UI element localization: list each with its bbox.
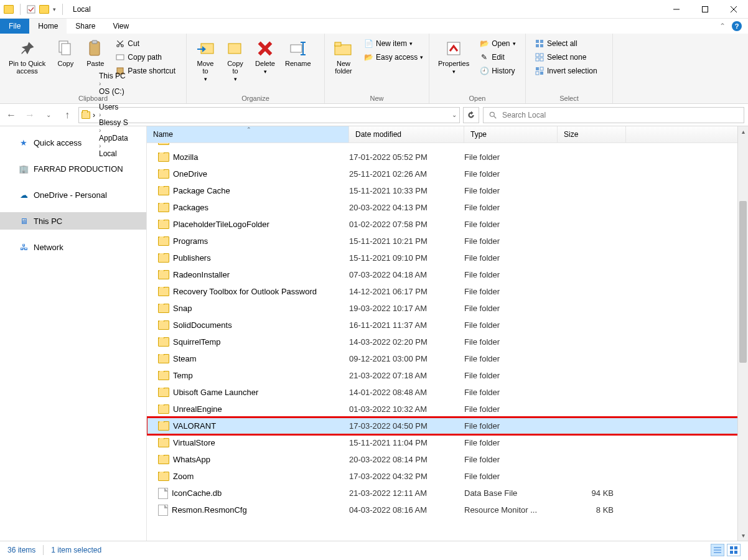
nav-quick-access[interactable]: ★Quick access [0,134,146,151]
copy-to-button[interactable]: Copy to▾ [220,36,250,85]
file-name: WhatsApp [173,455,210,464]
file-row[interactable]: Publishers15-11-2021 09:10 PMFile folder [147,250,748,266]
paste-button[interactable]: Paste [80,36,110,70]
details-view-button[interactable] [711,544,724,556]
select-all-button[interactable]: Select all [532,37,600,50]
file-row[interactable]: VirtualStore15-11-2021 11:04 PMFile fold… [147,434,748,451]
file-row[interactable]: SolidDocuments16-11-2021 11:37 AMFile fo… [147,317,748,334]
rename-button[interactable]: Rename [280,36,316,70]
tab-view[interactable]: View [104,19,138,34]
svg-rect-37 [540,72,543,75]
chevron-right-icon[interactable]: › [99,80,101,87]
nav-this-pc[interactable]: 🖥This PC [0,212,146,230]
breadcrumb-segment[interactable]: This PC [98,72,129,80]
nav-farrad[interactable]: 🏢FARRAD PRODUCTION [0,160,146,177]
open-button[interactable]: 📂Open ▾ [477,37,518,50]
scrollbar-thumb[interactable] [739,201,747,363]
file-row[interactable]: Recovery Toolbox for Outlook Password14-… [147,283,748,300]
invert-selection-button[interactable]: Invert selection [532,65,600,77]
column-type[interactable]: Type [464,126,558,142]
file-row[interactable]: Resmon.ResmonCfg04-03-2022 08:16 AMResou… [147,502,748,518]
help-icon[interactable]: ? [732,21,742,31]
easy-access-button[interactable]: 📂Easy access ▾ [361,51,426,63]
chevron-right-icon[interactable]: › [93,111,95,119]
file-row[interactable]: VALORANT17-03-2022 04:50 PMFile folder [147,418,748,434]
thumbnails-view-button[interactable] [727,544,741,556]
folder-icon [158,371,169,380]
collapse-ribbon-icon[interactable]: ⌃ [719,22,726,30]
file-row[interactable]: Temp21-03-2022 07:18 AMFile folder [147,367,748,384]
address-bar[interactable]: › This PC›OS (C:)›Users›Blessy S›AppData… [78,107,460,123]
file-row[interactable]: OneDrive25-11-2021 02:26 AMFile folder [147,166,748,182]
tab-file[interactable]: File [0,19,29,34]
new-folder-button[interactable]: New folder [329,36,358,77]
breadcrumb-segment[interactable]: Blessy S [98,118,129,127]
file-row[interactable]: Package Cache15-11-2021 10:33 PMFile fol… [147,182,748,199]
file-date: 01-02-2022 07:58 PM [349,220,464,229]
star-icon: ★ [19,138,29,147]
back-button[interactable]: ← [4,108,19,123]
file-type: File folder [464,455,558,464]
file-row[interactable]: PlaceholderTileLogoFolder01-02-2022 07:5… [147,216,748,233]
file-row[interactable]: RadeonInstaller07-03-2022 04:18 AMFile f… [147,266,748,283]
file-row[interactable]: Mozilla17-01-2022 05:52 PMFile folder [147,149,748,166]
file-name: UnrealEngine [173,404,222,414]
address-dropdown-icon[interactable]: ⌄ [452,111,457,118]
column-size[interactable]: Size [558,126,626,142]
file-row[interactable]: Zoom17-03-2022 04:32 PMFile folder [147,468,748,485]
pin-to-quick-access-button[interactable]: Pin to Quick access [4,36,50,77]
file-row[interactable]: IconCache.db21-03-2022 12:11 AMData Base… [147,485,748,502]
file-date: 15-11-2021 10:33 PM [349,186,464,195]
cut-button[interactable]: Cut [113,37,178,50]
folder-icon [158,203,169,212]
dropdown-icon[interactable]: ▾ [53,6,56,12]
file-row[interactable]: UnrealEngine01-03-2022 10:32 AMFile fold… [147,401,748,418]
forward-button[interactable]: → [22,108,37,123]
scroll-up-button[interactable]: ▴ [738,126,748,137]
file-row[interactable]: Programs15-11-2021 10:21 PMFile folder [147,233,748,250]
folder-icon[interactable] [39,5,49,14]
up-button[interactable]: ↑ [60,108,75,123]
search-input[interactable]: Search Local [483,107,744,123]
close-button[interactable] [719,0,748,19]
scroll-down-button[interactable]: ▾ [738,530,748,541]
delete-button[interactable]: Delete▾ [250,36,280,77]
copy-button[interactable]: Copy [50,36,80,70]
file-size: 94 KB [558,488,614,498]
nav-onedrive[interactable]: ☁OneDrive - Personal [0,186,146,203]
history-button[interactable]: 🕘History [477,65,518,77]
file-row[interactable]: Microsoft [147,143,748,149]
maximize-button[interactable] [691,0,719,19]
minimize-button[interactable] [662,0,691,19]
move-to-button[interactable]: Move to▾ [190,36,220,85]
refresh-button[interactable] [463,107,479,123]
file-row[interactable]: WhatsApp20-03-2022 08:14 PMFile folder [147,451,748,468]
svg-rect-33 [540,58,543,61]
chevron-right-icon[interactable]: › [99,96,101,103]
checkbox-icon[interactable] [27,5,35,14]
recent-locations-button[interactable]: ⌄ [41,108,56,123]
file-type: File folder [464,304,558,313]
breadcrumb-segment[interactable]: Users [98,103,129,111]
edit-button[interactable]: ✎Edit [477,51,518,63]
properties-button[interactable]: Properties▾ [433,36,474,77]
nav-network[interactable]: 🖧Network [0,238,146,256]
file-date: 17-03-2022 04:32 PM [349,472,464,481]
copy-path-button[interactable]: Copy path [113,51,178,63]
tab-home[interactable]: Home [29,19,67,34]
vertical-scrollbar[interactable]: ▴ ▾ [737,126,748,541]
file-row[interactable]: Ubisoft Game Launcher14-01-2022 08:48 AM… [147,384,748,401]
select-none-button[interactable]: Select none [532,51,600,63]
file-row[interactable]: Packages20-03-2022 04:13 PMFile folder [147,199,748,216]
file-row[interactable]: Snap19-03-2022 10:17 AMFile folder [147,300,748,317]
title-bar: ▾ Local [0,0,748,19]
breadcrumb-segment[interactable]: OS (C:) [98,87,129,96]
column-date[interactable]: Date modified [349,126,464,142]
new-item-button[interactable]: 📄New item ▾ [361,37,426,50]
file-row[interactable]: SquirrelTemp14-03-2022 02:20 PMFile fold… [147,334,748,350]
tab-share[interactable]: Share [67,19,104,34]
group-label-select: Select [526,95,612,103]
file-row[interactable]: Steam09-12-2021 03:00 PMFile folder [147,350,748,367]
search-placeholder: Search Local [502,111,546,119]
chevron-right-icon[interactable]: › [99,111,101,118]
